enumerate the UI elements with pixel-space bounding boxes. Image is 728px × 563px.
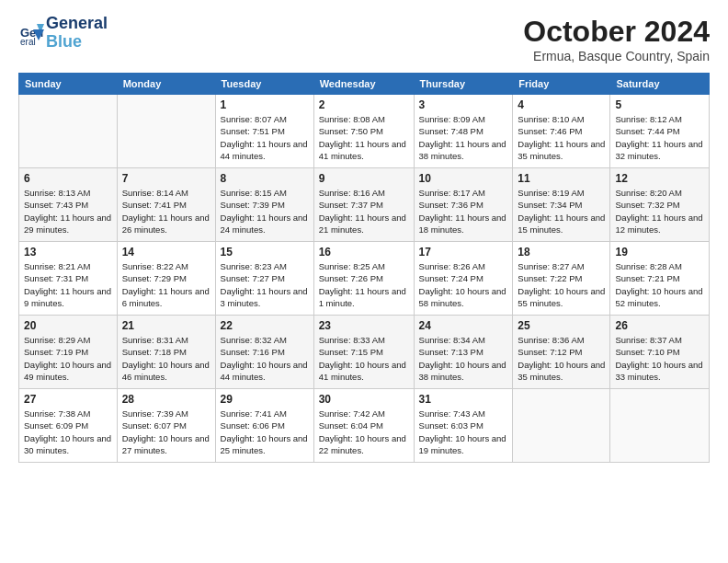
calendar-cell — [117, 95, 215, 168]
calendar-cell — [610, 389, 710, 463]
calendar-cell: 23Sunrise: 8:33 AM Sunset: 7:15 PM Dayli… — [313, 316, 414, 389]
day-number: 31 — [419, 393, 508, 406]
day-info: Sunrise: 8:14 AM Sunset: 7:41 PM Dayligh… — [122, 187, 210, 236]
day-number: 21 — [122, 319, 210, 332]
day-info: Sunrise: 8:15 AM Sunset: 7:39 PM Dayligh… — [221, 187, 309, 236]
calendar-cell: 17Sunrise: 8:26 AM Sunset: 7:24 PM Dayli… — [414, 242, 513, 316]
calendar-cell: 22Sunrise: 8:32 AM Sunset: 7:16 PM Dayli… — [215, 316, 313, 389]
day-number: 18 — [518, 246, 605, 259]
weekday-header-tuesday: Tuesday — [215, 74, 313, 95]
day-number: 2 — [319, 98, 409, 111]
day-number: 19 — [615, 246, 704, 259]
calendar-cell — [19, 95, 118, 168]
calendar-cell: 24Sunrise: 8:34 AM Sunset: 7:13 PM Dayli… — [414, 316, 513, 389]
day-number: 10 — [419, 172, 508, 185]
calendar-cell: 14Sunrise: 8:22 AM Sunset: 7:29 PM Dayli… — [117, 242, 215, 316]
day-info: Sunrise: 8:17 AM Sunset: 7:36 PM Dayligh… — [419, 187, 508, 236]
day-info: Sunrise: 7:41 AM Sunset: 6:06 PM Dayligh… — [221, 408, 309, 456]
day-number: 29 — [221, 393, 309, 406]
header: Gen eral GeneralBlue October 2024 Ermua,… — [18, 15, 710, 63]
calendar-cell: 16Sunrise: 8:25 AM Sunset: 7:26 PM Dayli… — [313, 242, 414, 316]
weekday-header-thursday: Thursday — [414, 74, 513, 95]
day-info: Sunrise: 7:43 AM Sunset: 6:03 PM Dayligh… — [419, 408, 508, 456]
svg-text:eral: eral — [20, 37, 36, 46]
calendar-cell: 20Sunrise: 8:29 AM Sunset: 7:19 PM Dayli… — [19, 316, 118, 389]
calendar-cell: 27Sunrise: 7:38 AM Sunset: 6:09 PM Dayli… — [19, 389, 118, 463]
calendar-cell: 5Sunrise: 8:12 AM Sunset: 7:44 PM Daylig… — [610, 95, 710, 168]
day-number: 17 — [419, 246, 508, 259]
calendar-cell: 3Sunrise: 8:09 AM Sunset: 7:48 PM Daylig… — [414, 95, 513, 168]
day-info: Sunrise: 8:19 AM Sunset: 7:34 PM Dayligh… — [518, 187, 605, 236]
calendar-cell: 26Sunrise: 8:37 AM Sunset: 7:10 PM Dayli… — [610, 316, 710, 389]
calendar-cell: 29Sunrise: 7:41 AM Sunset: 6:06 PM Dayli… — [215, 389, 313, 463]
calendar-cell: 28Sunrise: 7:39 AM Sunset: 6:07 PM Dayli… — [117, 389, 215, 463]
day-info: Sunrise: 8:37 AM Sunset: 7:10 PM Dayligh… — [615, 334, 704, 383]
day-info: Sunrise: 8:36 AM Sunset: 7:12 PM Dayligh… — [518, 334, 605, 383]
day-info: Sunrise: 8:07 AM Sunset: 7:51 PM Dayligh… — [221, 113, 309, 162]
day-info: Sunrise: 8:09 AM Sunset: 7:48 PM Dayligh… — [419, 113, 508, 162]
calendar-cell: 30Sunrise: 7:42 AM Sunset: 6:04 PM Dayli… — [313, 389, 414, 463]
day-info: Sunrise: 8:25 AM Sunset: 7:26 PM Dayligh… — [319, 260, 409, 309]
day-number: 28 — [122, 393, 210, 406]
day-info: Sunrise: 8:21 AM Sunset: 7:31 PM Dayligh… — [24, 260, 112, 309]
weekday-header-monday: Monday — [117, 74, 215, 95]
day-info: Sunrise: 8:12 AM Sunset: 7:44 PM Dayligh… — [615, 113, 704, 162]
day-info: Sunrise: 8:32 AM Sunset: 7:16 PM Dayligh… — [221, 334, 309, 383]
page: Gen eral GeneralBlue October 2024 Ermua,… — [0, 0, 728, 472]
day-number: 16 — [319, 246, 409, 259]
day-number: 8 — [221, 172, 309, 185]
calendar-cell: 21Sunrise: 8:31 AM Sunset: 7:18 PM Dayli… — [117, 316, 215, 389]
day-info: Sunrise: 7:39 AM Sunset: 6:07 PM Dayligh… — [122, 408, 210, 456]
calendar-cell: 2Sunrise: 8:08 AM Sunset: 7:50 PM Daylig… — [313, 95, 414, 168]
day-info: Sunrise: 8:13 AM Sunset: 7:43 PM Dayligh… — [24, 187, 112, 236]
calendar-cell: 6Sunrise: 8:13 AM Sunset: 7:43 PM Daylig… — [19, 168, 118, 242]
weekday-header-sunday: Sunday — [19, 74, 118, 95]
calendar-cell: 8Sunrise: 8:15 AM Sunset: 7:39 PM Daylig… — [215, 168, 313, 242]
day-info: Sunrise: 8:22 AM Sunset: 7:29 PM Dayligh… — [122, 260, 210, 309]
calendar-cell: 7Sunrise: 8:14 AM Sunset: 7:41 PM Daylig… — [117, 168, 215, 242]
day-info: Sunrise: 8:23 AM Sunset: 7:27 PM Dayligh… — [221, 260, 309, 309]
day-info: Sunrise: 8:31 AM Sunset: 7:18 PM Dayligh… — [122, 334, 210, 383]
day-number: 15 — [221, 246, 309, 259]
calendar-cell: 10Sunrise: 8:17 AM Sunset: 7:36 PM Dayli… — [414, 168, 513, 242]
day-number: 11 — [518, 172, 605, 185]
day-number: 5 — [615, 98, 704, 111]
day-number: 4 — [518, 98, 605, 111]
weekday-header-friday: Friday — [513, 74, 610, 95]
day-number: 30 — [319, 393, 409, 406]
day-number: 12 — [615, 172, 704, 185]
day-info: Sunrise: 8:28 AM Sunset: 7:21 PM Dayligh… — [615, 260, 704, 309]
day-info: Sunrise: 8:20 AM Sunset: 7:32 PM Dayligh… — [615, 187, 704, 236]
day-number: 13 — [24, 246, 112, 259]
logo-icon: Gen eral — [18, 20, 44, 46]
logo: Gen eral GeneralBlue — [18, 15, 108, 52]
calendar-cell: 4Sunrise: 8:10 AM Sunset: 7:46 PM Daylig… — [513, 95, 610, 168]
calendar-cell: 19Sunrise: 8:28 AM Sunset: 7:21 PM Dayli… — [610, 242, 710, 316]
weekday-header-wednesday: Wednesday — [313, 74, 414, 95]
day-info: Sunrise: 8:08 AM Sunset: 7:50 PM Dayligh… — [319, 113, 409, 162]
calendar: SundayMondayTuesdayWednesdayThursdayFrid… — [18, 73, 710, 463]
day-number: 23 — [319, 319, 409, 332]
day-info: Sunrise: 8:10 AM Sunset: 7:46 PM Dayligh… — [518, 113, 605, 162]
calendar-cell: 12Sunrise: 8:20 AM Sunset: 7:32 PM Dayli… — [610, 168, 710, 242]
day-info: Sunrise: 8:33 AM Sunset: 7:15 PM Dayligh… — [319, 334, 409, 383]
day-info: Sunrise: 8:26 AM Sunset: 7:24 PM Dayligh… — [419, 260, 508, 309]
calendar-cell: 9Sunrise: 8:16 AM Sunset: 7:37 PM Daylig… — [313, 168, 414, 242]
day-info: Sunrise: 8:34 AM Sunset: 7:13 PM Dayligh… — [419, 334, 508, 383]
calendar-cell: 18Sunrise: 8:27 AM Sunset: 7:22 PM Dayli… — [513, 242, 610, 316]
calendar-cell: 15Sunrise: 8:23 AM Sunset: 7:27 PM Dayli… — [215, 242, 313, 316]
title-block: October 2024 Ermua, Basque Country, Spai… — [523, 15, 710, 63]
calendar-cell: 25Sunrise: 8:36 AM Sunset: 7:12 PM Dayli… — [513, 316, 610, 389]
weekday-header-saturday: Saturday — [610, 74, 710, 95]
day-number: 22 — [221, 319, 309, 332]
day-number: 25 — [518, 319, 605, 332]
calendar-cell: 31Sunrise: 7:43 AM Sunset: 6:03 PM Dayli… — [414, 389, 513, 463]
day-number: 20 — [24, 319, 112, 332]
day-number: 3 — [419, 98, 508, 111]
calendar-cell: 13Sunrise: 8:21 AM Sunset: 7:31 PM Dayli… — [19, 242, 118, 316]
day-info: Sunrise: 8:16 AM Sunset: 7:37 PM Dayligh… — [319, 187, 409, 236]
day-number: 27 — [24, 393, 112, 406]
day-number: 7 — [122, 172, 210, 185]
day-info: Sunrise: 7:38 AM Sunset: 6:09 PM Dayligh… — [24, 408, 112, 456]
day-info: Sunrise: 8:27 AM Sunset: 7:22 PM Dayligh… — [518, 260, 605, 309]
